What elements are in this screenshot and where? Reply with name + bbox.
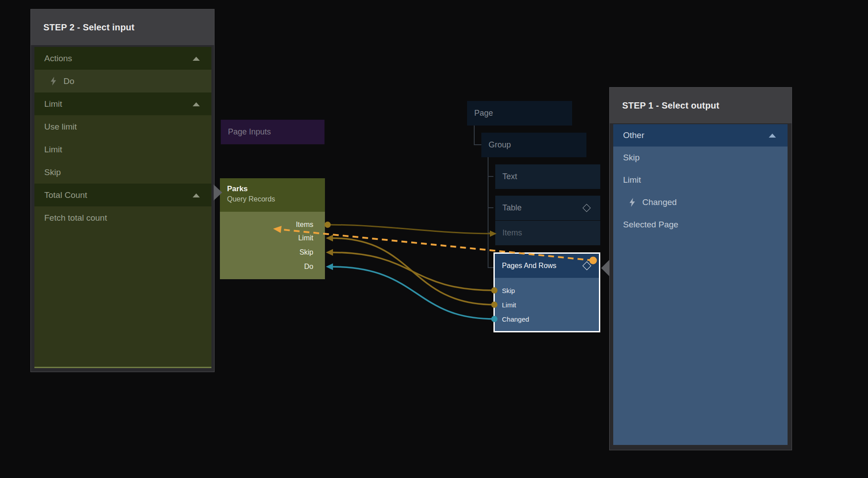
step2-select-input-panel: STEP 2 - Select input Actions Do Limit U… [30, 9, 215, 372]
port-label-changed: Changed [502, 315, 529, 323]
tree-node-page[interactable]: Page [467, 101, 572, 126]
option-limit[interactable]: Limit [34, 138, 211, 161]
tree-node-table[interactable]: Table [495, 196, 600, 220]
port-label-limit: Limit [502, 301, 516, 309]
chevron-up-icon [769, 134, 776, 138]
section-actions[interactable]: Actions [34, 47, 211, 70]
option-selected-page[interactable]: Selected Page [613, 214, 788, 236]
tree-connector-line [488, 176, 493, 177]
section-other[interactable]: Other [613, 124, 788, 147]
section-label: Other [623, 130, 645, 140]
diamond-icon [582, 204, 590, 212]
chevron-up-icon [193, 102, 200, 106]
wire-skip [332, 252, 494, 290]
wire-do-changed [332, 267, 494, 319]
tree-connector-line [474, 126, 475, 145]
option-label: Limit [623, 175, 641, 185]
bolt-icon [50, 77, 57, 86]
pages-and-rows-node[interactable]: Pages And Rows Skip Limit Changed [493, 252, 600, 332]
tree-node-label: Group [489, 140, 511, 150]
wire-do-arrowhead [326, 264, 333, 270]
tree-node-items[interactable]: Items [495, 221, 600, 245]
tree-node-label: Text [502, 172, 517, 181]
wire-items [328, 225, 492, 234]
section-label: Total Count [44, 190, 87, 200]
step1-panel-title: STEP 1 - Select output [610, 88, 792, 123]
parks-node-header: Parks Query Records [220, 178, 325, 212]
node-title: Pages And Rows [502, 262, 556, 270]
port-label-skip: Skip [502, 287, 515, 294]
step2-option-list: Actions Do Limit Use limit Limit Skip To… [34, 47, 211, 368]
tree-connector-line [488, 207, 493, 208]
option-label: Use limit [44, 122, 77, 132]
node-subtitle: Query Records [227, 195, 325, 203]
pages-and-rows-header: Pages And Rows [495, 254, 599, 278]
chevron-up-icon [193, 57, 200, 61]
port-label-skip: Skip [299, 248, 313, 256]
tree-connector-line [488, 157, 489, 268]
tree-node-label: Page [474, 109, 493, 118]
page-inputs-node[interactable]: Page Inputs [221, 120, 324, 144]
section-total-count[interactable]: Total Count [34, 184, 211, 206]
node-label: Page Inputs [228, 127, 271, 137]
section-label: Actions [44, 54, 72, 63]
option-do[interactable]: Do [34, 70, 211, 92]
step2-panel-pointer-caret [214, 184, 222, 201]
tree-node-text[interactable]: Text [495, 164, 600, 189]
option-fetch-total-count[interactable]: Fetch total count [34, 206, 211, 229]
option-label: Skip [44, 168, 61, 177]
option-label: Changed [642, 197, 677, 207]
port-label-limit: Limit [298, 234, 313, 242]
bolt-icon [629, 198, 636, 207]
tree-connector-line [474, 144, 481, 145]
wire-limit [332, 238, 494, 305]
parks-query-records-node[interactable]: Parks Query Records Items Limit Skip Do [220, 178, 325, 279]
wire-limit-arrowhead [326, 235, 333, 242]
port-handle-parks-items[interactable] [324, 222, 331, 228]
section-limit[interactable]: Limit [34, 92, 211, 115]
node-title: Parks [227, 184, 325, 193]
option-label: Fetch total count [44, 213, 107, 223]
step1-select-output-panel: STEP 1 - Select output Other Skip Limit … [609, 87, 792, 450]
option-label: Skip [623, 153, 640, 163]
tree-node-group[interactable]: Group [481, 133, 586, 157]
tree-node-label: Table [502, 203, 522, 213]
step2-panel-title: STEP 2 - Select input [31, 9, 214, 45]
option-skip[interactable]: Skip [613, 147, 788, 169]
tree-connector-line [488, 267, 493, 268]
step1-panel-pointer-caret [601, 260, 609, 276]
chevron-up-icon [193, 193, 200, 197]
tree-node-label: Items [502, 228, 522, 238]
option-use-limit[interactable]: Use limit [34, 115, 211, 138]
option-skip[interactable]: Skip [34, 161, 211, 184]
list-bottom-accent [34, 367, 211, 368]
option-changed[interactable]: Changed [613, 191, 788, 214]
diamond-icon [582, 261, 591, 270]
port-label-do: Do [304, 263, 313, 271]
option-label: Do [63, 76, 74, 86]
option-limit[interactable]: Limit [613, 169, 788, 191]
step1-option-list: Other Skip Limit Changed Selected Page [613, 124, 788, 445]
tree-connector-line [488, 232, 493, 233]
section-label: Limit [44, 99, 62, 109]
port-label-items: Items [296, 221, 313, 229]
option-label: Limit [44, 145, 62, 155]
wire-skip-arrowhead [326, 249, 333, 256]
option-label: Selected Page [623, 220, 678, 230]
